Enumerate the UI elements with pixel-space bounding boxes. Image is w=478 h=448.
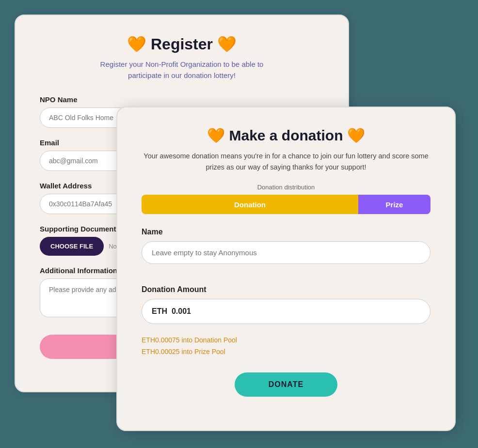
- amount-label: Donation Amount: [142, 285, 430, 294]
- name-group: Name: [142, 228, 430, 275]
- donation-heart-right: 🧡: [347, 127, 365, 143]
- register-heart-right: 🧡: [217, 35, 237, 53]
- amount-input-wrapper: [142, 299, 430, 324]
- name-input[interactable]: [142, 241, 430, 264]
- npo-name-label: NPO Name: [40, 95, 324, 104]
- choose-file-button[interactable]: CHOOSE FILE: [40, 237, 104, 256]
- pool-line1: ETH0.00075 into Donation Pool: [142, 335, 430, 346]
- donation-title: 🧡 Make a donation 🧡: [142, 127, 430, 144]
- donate-button[interactable]: DONATE: [235, 372, 337, 397]
- register-title: 🧡 Register 🧡: [40, 35, 324, 53]
- amount-group: Donation Amount: [142, 285, 430, 324]
- distribution-bar: Donation Prize: [142, 195, 430, 214]
- bar-prize: Prize: [358, 195, 430, 214]
- donation-heart-left: 🧡: [207, 127, 225, 143]
- pool-info: ETH0.00075 into Donation Pool ETH0.00025…: [142, 335, 430, 358]
- amount-input[interactable]: [142, 299, 430, 324]
- donation-subtitle: Your awesome donation means you're in fo…: [142, 151, 430, 173]
- register-subtitle: Register your Non-Profit Organization to…: [40, 59, 324, 81]
- register-heart-left: 🧡: [127, 35, 146, 53]
- distribution-label: Donation distribution: [142, 184, 430, 191]
- name-label: Name: [142, 228, 430, 236]
- donation-card: 🧡 Make a donation 🧡 Your awesome donatio…: [116, 107, 456, 431]
- bar-donation: Donation: [142, 195, 358, 214]
- pool-line2: ETH0.00025 into Prize Pool: [142, 346, 430, 358]
